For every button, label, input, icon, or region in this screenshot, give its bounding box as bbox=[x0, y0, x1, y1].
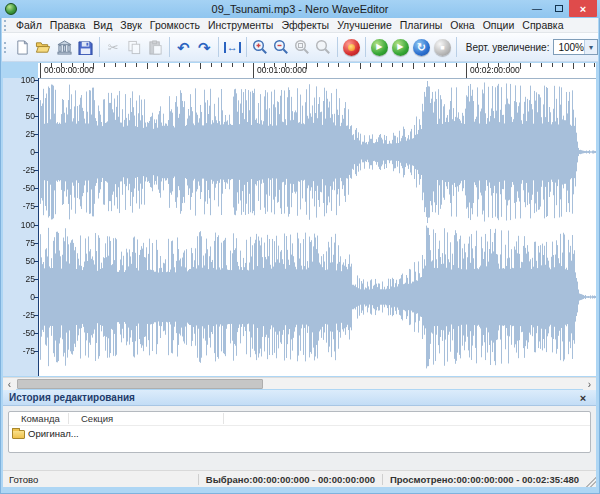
zoom-full-button[interactable] bbox=[313, 35, 334, 59]
undo-icon: ↶ bbox=[177, 40, 190, 55]
play-all-button[interactable]: ▶ bbox=[390, 35, 411, 59]
record-button[interactable] bbox=[341, 35, 362, 59]
zoom-to-selection-button[interactable] bbox=[292, 35, 313, 59]
save-button[interactable] bbox=[75, 35, 96, 59]
timeline-ruler[interactable]: 00:00:00:000 00:01:00:000 00:02:00:000 bbox=[38, 63, 596, 78]
menu-item-view[interactable]: Вид bbox=[89, 18, 116, 33]
zoom-out-icon bbox=[273, 39, 289, 55]
audio-library-button[interactable] bbox=[54, 35, 75, 59]
toolbar-separator bbox=[246, 37, 247, 57]
fit-width-icon: ↔ bbox=[224, 42, 241, 53]
zoom-selection-icon bbox=[294, 39, 310, 55]
new-file-button[interactable] bbox=[12, 35, 33, 59]
cut-button[interactable]: ✂ bbox=[103, 35, 124, 59]
toolbar-separator bbox=[218, 37, 219, 57]
chevron-down-icon: ▾ bbox=[584, 40, 597, 54]
zoom-in-icon bbox=[252, 39, 268, 55]
history-panel-header: История редактирования × bbox=[3, 390, 596, 406]
vertical-zoom-select[interactable]: 100% ▾ bbox=[553, 39, 598, 55]
redo-button[interactable]: ↷ bbox=[194, 35, 215, 59]
menu-item-effects[interactable]: Эффекты bbox=[277, 18, 333, 33]
axis-label: 50 bbox=[3, 257, 35, 266]
new-file-icon bbox=[15, 40, 30, 55]
menu-item-file[interactable]: Файл bbox=[12, 18, 46, 33]
menu-item-plugins[interactable]: Плагины bbox=[396, 18, 447, 33]
column-header-command[interactable]: Команда bbox=[9, 412, 69, 425]
toolbar-separator bbox=[365, 37, 366, 57]
ruler-label-1: 00:01:00:000 bbox=[257, 65, 307, 75]
toolbar-grip[interactable] bbox=[4, 20, 9, 31]
status-selected-range: Выбрано:00:00:00:000 - 00:00:00:000 bbox=[198, 474, 382, 485]
axis-label: 50 bbox=[3, 112, 35, 121]
scroll-right-button[interactable]: › bbox=[583, 378, 596, 390]
axis-label: -75 bbox=[3, 202, 35, 211]
resize-grip[interactable] bbox=[586, 477, 596, 487]
horizontal-scrollbar[interactable]: ‹ › bbox=[3, 377, 596, 389]
menu-item-help[interactable]: Справка bbox=[518, 18, 567, 33]
copy-button[interactable] bbox=[124, 35, 145, 59]
loop-playback-button[interactable]: ↻ bbox=[411, 35, 432, 59]
open-file-button[interactable] bbox=[33, 35, 54, 59]
menu-item-enhancement[interactable]: Улучшение bbox=[333, 18, 396, 33]
zoom-out-button[interactable] bbox=[271, 35, 292, 59]
redo-icon: ↷ bbox=[198, 40, 211, 55]
waveform-canvas[interactable] bbox=[30, 78, 596, 376]
menu-item-tools[interactable]: Инструменты bbox=[204, 18, 277, 33]
axis-label: 0 bbox=[3, 293, 35, 302]
history-row[interactable]: Оригинал... bbox=[9, 426, 590, 440]
maximize-icon bbox=[555, 5, 563, 12]
maximize-button[interactable] bbox=[550, 0, 568, 17]
paste-button[interactable] bbox=[145, 35, 166, 59]
folder-icon bbox=[12, 430, 25, 439]
toolbar: ✂ ↶ ↷ ↔ ▶ ▶ ↻ ■ Верт. увеличение: 100% ▾ bbox=[2, 33, 598, 62]
column-header-section[interactable]: Секция bbox=[69, 412, 224, 425]
axis-label: 100 bbox=[3, 76, 35, 85]
axis-label: -75 bbox=[3, 347, 35, 356]
history-close-button[interactable]: × bbox=[576, 392, 590, 404]
ruler-label-0: 00:00:00:000 bbox=[44, 65, 94, 75]
axis-label: 75 bbox=[3, 94, 35, 103]
axis-label: 25 bbox=[3, 275, 35, 284]
app-icon bbox=[5, 3, 17, 15]
loop-icon: ↻ bbox=[413, 39, 430, 56]
toolbar-separator bbox=[337, 37, 338, 57]
menu-item-options[interactable]: Опции bbox=[479, 18, 519, 33]
fit-to-window-button[interactable]: ↔ bbox=[222, 35, 243, 59]
scroll-left-button[interactable]: ‹ bbox=[3, 378, 16, 390]
clipboard-icon bbox=[148, 40, 163, 55]
menu-bar: Файл Правка Вид Звук Громкость Инструмен… bbox=[2, 18, 598, 33]
open-folder-icon bbox=[35, 40, 51, 55]
stop-icon: ■ bbox=[434, 39, 451, 56]
axis-label: 100 bbox=[3, 221, 35, 230]
record-icon bbox=[343, 39, 360, 56]
toolbar-grip[interactable] bbox=[4, 42, 9, 53]
waveform-area[interactable]: 100 75 50 25 0 -25 -50 -75 100 75 50 25 … bbox=[3, 78, 596, 376]
ruler-label-2: 00:02:00:000 bbox=[470, 65, 520, 75]
vertical-zoom-label: Верт. увеличение: bbox=[466, 42, 550, 53]
history-panel-title: История редактирования bbox=[9, 392, 135, 403]
menu-item-volume[interactable]: Громкость bbox=[146, 18, 204, 33]
menu-item-audio[interactable]: Звук bbox=[116, 18, 146, 33]
play-icon: ▶ bbox=[371, 39, 388, 56]
menu-item-edit[interactable]: Правка bbox=[46, 18, 89, 33]
undo-button[interactable]: ↶ bbox=[173, 35, 194, 59]
toolbar-separator bbox=[169, 37, 170, 57]
window-title: 09_Tsunami.mp3 - Nero WaveEditor bbox=[0, 3, 600, 15]
menu-item-windows[interactable]: Окна bbox=[446, 18, 478, 33]
history-row-label: Оригинал... bbox=[28, 428, 79, 439]
stop-button[interactable]: ■ bbox=[432, 35, 453, 59]
close-button[interactable]: × bbox=[569, 0, 597, 17]
titlebar: 09_Tsunami.mp3 - Nero WaveEditor — × bbox=[0, 0, 600, 18]
toolbar-separator bbox=[99, 37, 100, 57]
axis-label: 75 bbox=[3, 239, 35, 248]
minimize-button[interactable]: — bbox=[528, 0, 546, 17]
zoom-full-icon bbox=[315, 39, 331, 55]
vertical-zoom-value: 100% bbox=[558, 42, 584, 53]
zoom-in-button[interactable] bbox=[250, 35, 271, 59]
history-column-headers: Команда Секция bbox=[9, 412, 590, 426]
play-button[interactable]: ▶ bbox=[369, 35, 390, 59]
axis-label: 25 bbox=[3, 130, 35, 139]
axis-label: -50 bbox=[3, 329, 35, 338]
scrollbar-thumb[interactable] bbox=[17, 379, 263, 389]
history-list: Команда Секция Оригинал... bbox=[8, 411, 591, 453]
